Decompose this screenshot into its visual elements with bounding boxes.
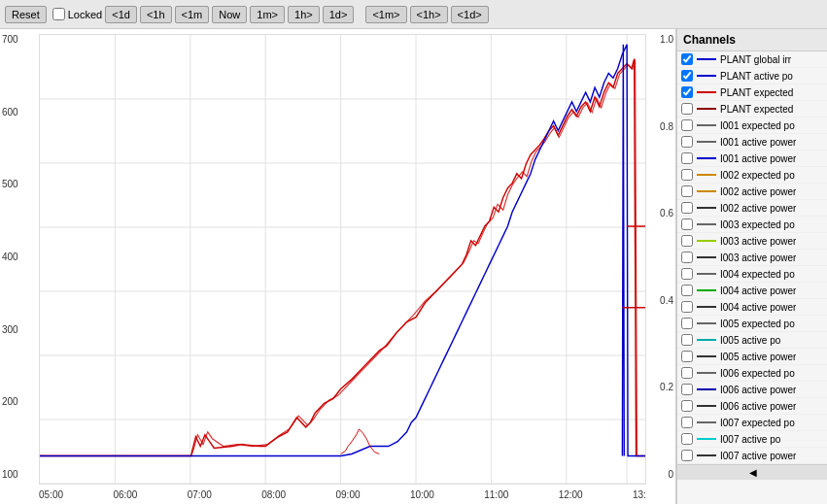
channel-color-indicator — [697, 108, 716, 110]
locked-checkbox[interactable] — [52, 8, 65, 20]
channel-color-indicator — [697, 339, 716, 341]
channel-color-indicator — [697, 207, 716, 209]
channel-label: I007 active po — [720, 434, 780, 445]
locked-label: Locked — [68, 9, 102, 20]
channel-item: I006 expected po — [677, 365, 827, 382]
channel-color-indicator — [697, 306, 716, 308]
channel-label: I001 expected po — [720, 120, 795, 131]
zoom-back-1m[interactable]: <1m> — [365, 6, 406, 23]
channels-title: Channels — [677, 29, 827, 51]
channel-item: I002 active power — [677, 184, 827, 200]
channel-label: I003 expected po — [720, 219, 795, 230]
channel-color-indicator — [697, 157, 716, 159]
y-axis-right: 1.0 0.8 0.6 0.4 0.2 0 — [646, 29, 675, 485]
channel-item: I003 active power — [677, 233, 827, 250]
channel-label: I003 active power — [720, 252, 796, 263]
channel-color-indicator — [697, 256, 716, 258]
channel-checkbox[interactable] — [681, 268, 693, 280]
channel-label: I003 active power — [720, 236, 796, 247]
channel-checkbox[interactable] — [681, 351, 693, 362]
channel-item: I004 expected po — [677, 266, 827, 283]
channel-checkbox[interactable] — [681, 169, 693, 181]
channel-label: I005 active po — [720, 335, 780, 346]
channel-color-indicator — [697, 75, 716, 77]
channel-item: I005 active power — [677, 349, 827, 365]
channel-checkbox[interactable] — [681, 152, 693, 164]
channel-color-indicator — [697, 190, 716, 192]
channel-label: I004 expected po — [720, 269, 795, 280]
channel-color-indicator — [697, 91, 716, 93]
channel-label: I006 expected po — [720, 368, 795, 379]
channel-label: I007 active power — [720, 451, 796, 461]
channel-label: I002 active power — [720, 186, 796, 197]
channel-list: PLANT global irrPLANT active poPLANT exp… — [677, 51, 827, 464]
chart-area: 700 600 500 400 300 200 100 1.0 0.8 0.6 … — [0, 29, 676, 504]
main-container: Reset Locked <1d <1h <1m Now 1m> 1h> 1d>… — [0, 0, 827, 504]
channel-item: I007 active po — [677, 431, 827, 448]
nav-back-1m[interactable]: <1m — [175, 6, 210, 23]
channel-label: PLANT expected — [720, 87, 793, 98]
channel-label: I004 active power — [720, 302, 796, 313]
channel-color-indicator — [697, 289, 716, 291]
y-axis-left: 700 600 500 400 300 200 100 — [0, 29, 39, 485]
channel-checkbox[interactable] — [681, 301, 693, 313]
nav-back-1d[interactable]: <1d — [105, 6, 137, 23]
channel-item: I001 active power — [677, 151, 827, 167]
chart-svg — [40, 35, 645, 484]
channel-checkbox[interactable] — [681, 417, 693, 428]
channel-item: I007 expected po — [677, 415, 827, 431]
channel-item: I001 active power — [677, 134, 827, 151]
zoom-back-1h[interactable]: <1h> — [410, 6, 448, 23]
channel-checkbox[interactable] — [681, 400, 693, 412]
channel-item: PLANT expected — [677, 84, 827, 101]
channel-label: PLANT expected — [720, 104, 793, 115]
channel-checkbox[interactable] — [681, 202, 693, 214]
channel-checkbox[interactable] — [681, 252, 693, 263]
channel-checkbox[interactable] — [681, 119, 693, 131]
channel-color-indicator — [697, 240, 716, 242]
channel-item: PLANT expected — [677, 101, 827, 118]
locked-checkbox-group: Locked — [52, 8, 102, 20]
scroll-left-arrow[interactable]: ◀ — [677, 464, 827, 480]
channel-label: I005 expected po — [720, 319, 795, 329]
channel-checkbox[interactable] — [681, 384, 693, 395]
channel-item: PLANT global irr — [677, 51, 827, 68]
channel-color-indicator — [697, 141, 716, 143]
channel-label: I006 active power — [720, 385, 796, 395]
nav-fwd-1m[interactable]: 1m> — [250, 6, 285, 23]
content-area: 700 600 500 400 300 200 100 1.0 0.8 0.6 … — [0, 29, 827, 504]
channel-checkbox[interactable] — [681, 70, 693, 82]
reset-button[interactable]: Reset — [5, 6, 47, 23]
nav-now[interactable]: Now — [212, 6, 247, 23]
chart-plot[interactable] — [39, 34, 646, 485]
channel-item: I003 expected po — [677, 217, 827, 233]
channel-color-indicator — [697, 372, 716, 374]
channel-checkbox[interactable] — [681, 285, 693, 296]
channel-checkbox[interactable] — [681, 433, 693, 445]
channel-checkbox[interactable] — [681, 136, 693, 148]
channel-checkbox[interactable] — [681, 103, 693, 115]
channel-item: I005 expected po — [677, 316, 827, 332]
nav-fwd-1h[interactable]: 1h> — [288, 6, 320, 23]
channel-checkbox[interactable] — [681, 185, 693, 197]
channel-label: I001 active power — [720, 137, 796, 148]
channel-item: I003 active power — [677, 250, 827, 266]
channel-item: PLANT active po — [677, 68, 827, 84]
channel-label: I005 active power — [720, 352, 796, 362]
channel-checkbox[interactable] — [681, 367, 693, 379]
channel-checkbox[interactable] — [681, 53, 693, 65]
zoom-back-1d[interactable]: <1d> — [451, 6, 489, 23]
channel-checkbox[interactable] — [681, 334, 693, 346]
channel-label: PLANT global irr — [720, 54, 791, 65]
channel-checkbox[interactable] — [681, 235, 693, 247]
nav-fwd-1d[interactable]: 1d> — [323, 6, 355, 23]
channel-checkbox[interactable] — [681, 318, 693, 329]
channel-color-indicator — [697, 322, 716, 324]
channel-checkbox[interactable] — [681, 86, 693, 98]
channel-checkbox[interactable] — [681, 218, 693, 230]
channel-checkbox[interactable] — [681, 450, 693, 461]
channel-color-indicator — [697, 388, 716, 390]
channel-color-indicator — [697, 223, 716, 225]
nav-back-1h[interactable]: <1h — [140, 6, 172, 23]
channel-color-indicator — [697, 355, 716, 357]
